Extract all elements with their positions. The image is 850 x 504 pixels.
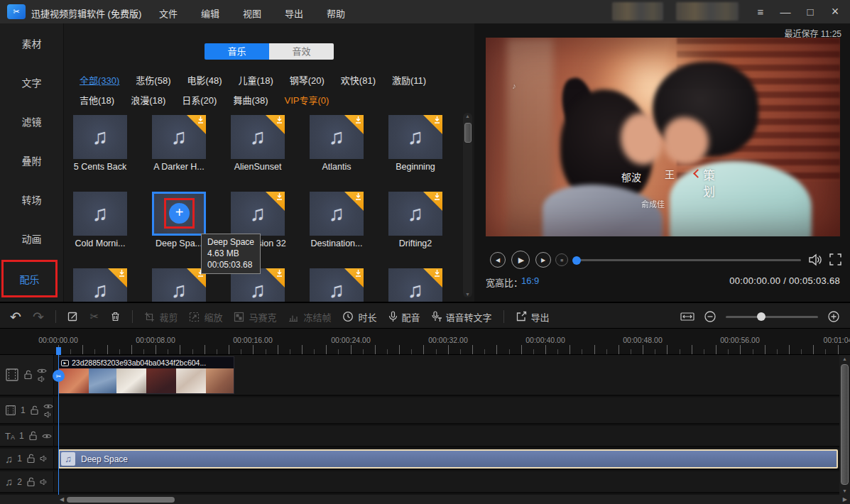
lock-icon[interactable] <box>26 454 36 464</box>
menu-edit[interactable]: 编辑 <box>201 6 219 20</box>
add-to-timeline-button[interactable]: + <box>169 203 190 224</box>
crop-button[interactable]: 裁剪 <box>144 310 178 324</box>
close-button[interactable]: × <box>829 4 841 19</box>
mute-icon[interactable] <box>44 411 53 418</box>
category-children[interactable]: 儿童(18) <box>239 73 273 87</box>
category-movie[interactable]: 电影(48) <box>187 73 222 87</box>
category-japanese[interactable]: 日系(20) <box>182 93 217 106</box>
tab-sound-effects[interactable]: 音效 <box>269 43 334 60</box>
duration-button[interactable]: 时长 <box>342 310 376 324</box>
music-scrollbar-thumb[interactable] <box>464 123 472 143</box>
sidebar-item-media[interactable]: 素材 <box>0 35 63 53</box>
zoom-in-button[interactable] <box>827 310 840 323</box>
lock-icon[interactable] <box>26 477 36 487</box>
timeline-ruler[interactable]: 00:00:00.00 00:00:08.00 00:00:16.00 00:0… <box>0 329 850 355</box>
cut-button[interactable]: ✂ <box>90 310 99 323</box>
music-tile[interactable]: ♫ <box>388 115 442 159</box>
menu-help[interactable]: 帮助 <box>327 6 345 20</box>
video-clip[interactable]: ▶ 23d2885f3203e93ab04ba0434f2bc604... <box>58 356 234 394</box>
category-dance[interactable]: 舞曲(38) <box>233 93 268 106</box>
sidebar-item-overlay[interactable]: 叠附 <box>0 153 63 170</box>
category-romantic[interactable]: 浪漫(18) <box>131 93 165 106</box>
visibility-icon[interactable] <box>42 433 52 439</box>
visibility-icon[interactable] <box>43 403 53 410</box>
music-tile[interactable]: ♫ <box>73 115 127 159</box>
playhead-split-handle[interactable]: ✂ <box>53 370 65 382</box>
zoom-button[interactable]: 缩放 <box>189 310 222 324</box>
mute-icon[interactable] <box>38 376 46 383</box>
tracks-vscroll-thumb[interactable] <box>841 364 849 485</box>
music-tile[interactable]: ♫ <box>310 115 364 159</box>
tracks-vertical-scrollbar[interactable]: ▲ ▼ <box>839 355 850 495</box>
seek-slider-knob[interactable] <box>572 256 581 265</box>
fit-timeline-button[interactable] <box>680 311 694 322</box>
dub-button[interactable]: 配音 <box>388 310 420 324</box>
delete-button[interactable] <box>110 311 121 322</box>
export-button[interactable]: 导出 <box>516 310 550 324</box>
music-tile[interactable]: ♫ <box>231 192 285 236</box>
scroll-left-icon[interactable]: ◀ <box>60 496 64 503</box>
next-frame-button[interactable]: ▶ <box>535 252 551 268</box>
undo-button[interactable]: ↶ <box>10 309 21 325</box>
category-guitar[interactable]: 吉他(18) <box>80 93 114 106</box>
freeze-frame-button[interactable]: 冻结帧 <box>288 310 331 324</box>
maximize-button[interactable]: □ <box>804 6 817 18</box>
music-scrollbar[interactable]: ▲ ▼ <box>463 113 472 297</box>
music-tile[interactable]: ♫ <box>73 268 127 302</box>
app-menu-icon[interactable]: ≡ <box>754 6 767 18</box>
sidebar-item-text[interactable]: 文字 <box>0 75 63 92</box>
music-tile[interactable]: ♫ <box>310 192 364 236</box>
previous-frame-button[interactable]: ◀ <box>490 252 506 268</box>
playhead-marker[interactable] <box>56 347 61 355</box>
timeline-zoom-slider[interactable] <box>726 316 818 318</box>
mute-icon[interactable] <box>40 455 48 462</box>
music-tile[interactable]: ♫ <box>310 268 364 302</box>
mosaic-button[interactable]: 马赛克 <box>234 310 276 324</box>
scroll-up-icon[interactable]: ▲ <box>463 114 472 119</box>
volume-button[interactable] <box>808 253 823 267</box>
speech-to-text-button[interactable]: 语音转文字 <box>432 310 492 324</box>
sidebar-item-animation[interactable]: 动画 <box>0 231 63 248</box>
scroll-down-icon[interactable]: ▼ <box>463 292 472 297</box>
sidebar-item-transition[interactable]: 转场 <box>0 192 63 209</box>
lock-icon[interactable] <box>30 405 39 415</box>
scroll-down-icon[interactable]: ▼ <box>839 488 850 493</box>
redo-button[interactable]: ↷ <box>33 309 44 325</box>
scroll-right-icon[interactable]: ▶ <box>843 496 847 503</box>
seek-slider[interactable] <box>574 259 801 261</box>
tracks-horizontal-scrollbar[interactable]: ◀ ▶ <box>0 495 850 504</box>
stop-button[interactable]: ■ <box>555 253 568 266</box>
music-tile[interactable]: ♫ <box>231 115 285 159</box>
tracks-hscroll-thumb[interactable] <box>67 497 175 503</box>
timeline-zoom-knob[interactable] <box>757 312 765 321</box>
play-button[interactable]: ▶ <box>511 251 530 269</box>
lock-icon[interactable] <box>23 370 33 380</box>
tab-music[interactable]: 音乐 <box>205 43 269 60</box>
music-tile[interactable]: ♫ <box>152 268 206 302</box>
minimize-button[interactable]: — <box>779 6 792 18</box>
menu-file[interactable]: 文件 <box>159 6 178 20</box>
audio-clip-deep-space[interactable]: ♫ Deep Space <box>58 449 838 469</box>
category-inspiring[interactable]: 激励(11) <box>392 73 426 87</box>
aspect-ratio-value[interactable]: 16:9 <box>521 275 539 286</box>
zoom-out-button[interactable] <box>704 310 716 323</box>
category-vip[interactable]: VIP专享(0) <box>285 93 329 106</box>
category-all[interactable]: 全部(330) <box>80 73 119 87</box>
sidebar-item-music[interactable]: 配乐 <box>20 272 40 286</box>
category-piano[interactable]: 钢琴(20) <box>290 73 325 87</box>
menu-view[interactable]: 视图 <box>243 6 261 20</box>
menu-export[interactable]: 导出 <box>285 6 303 20</box>
visibility-icon[interactable] <box>37 368 47 374</box>
lock-icon[interactable] <box>28 431 38 441</box>
music-tile[interactable]: ♫ <box>152 115 206 159</box>
fullscreen-button[interactable] <box>829 253 841 265</box>
mute-icon[interactable] <box>40 478 48 486</box>
music-tile-selected[interactable]: ♫ + <box>152 192 206 236</box>
edit-clip-button[interactable] <box>67 311 79 322</box>
category-cheerful[interactable]: 欢快(81) <box>341 73 376 87</box>
category-sad[interactable]: 悲伤(58) <box>136 73 170 87</box>
sidebar-item-filter[interactable]: 滤镜 <box>0 114 63 131</box>
music-tile[interactable]: ♫ <box>388 268 442 302</box>
music-tile[interactable]: ♫ <box>388 192 442 236</box>
music-tile[interactable]: ♫ <box>73 192 127 236</box>
